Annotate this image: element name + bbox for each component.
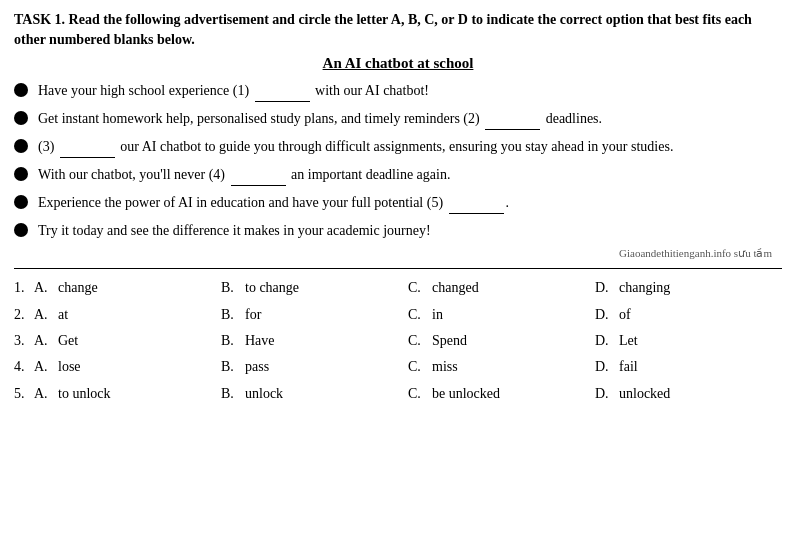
answer-letter-1b: B. xyxy=(221,277,245,299)
answer-letter-1a: A. xyxy=(34,277,58,299)
answer-col-3c: C. Spend xyxy=(408,330,595,352)
answer-letter-4b: B. xyxy=(221,356,245,378)
answer-text-5b: unlock xyxy=(245,383,408,405)
list-item: Experience the power of AI in education … xyxy=(14,192,782,214)
answer-text-3d: Let xyxy=(619,330,782,352)
bullet-text-5: Experience the power of AI in education … xyxy=(38,192,509,214)
bullet-icon xyxy=(14,111,28,125)
bullet-list: Have your high school experience (1) wit… xyxy=(14,80,782,241)
task-header: TASK 1. Read the following advertisement… xyxy=(14,10,782,49)
blank-5 xyxy=(449,192,504,214)
bullet-icon xyxy=(14,195,28,209)
answer-text-1c: changed xyxy=(432,277,595,299)
list-item: (3) our AI chatbot to guide you through … xyxy=(14,136,782,158)
answer-row-1: 1. A. change B. to change C. changed D. … xyxy=(14,277,782,299)
answer-text-5c: be unlocked xyxy=(432,383,595,405)
bullet-text-2: Get instant homework help, personalised … xyxy=(38,108,602,130)
bullet-text-3: (3) our AI chatbot to guide you through … xyxy=(38,136,673,158)
answer-text-4c: miss xyxy=(432,356,595,378)
answer-num-3: 3. xyxy=(14,330,34,352)
answer-num-4: 4. xyxy=(14,356,34,378)
answer-letter-3d: D. xyxy=(595,330,619,352)
answer-text-1d: changing xyxy=(619,277,782,299)
answer-col-4c: C. miss xyxy=(408,356,595,378)
watermark: Giaoandethitienganh.info sưu tầm xyxy=(14,247,782,260)
answer-text-1b: to change xyxy=(245,277,408,299)
answer-col-3b: B. Have xyxy=(221,330,408,352)
answer-num-1: 1. xyxy=(14,277,34,299)
bullet-icon xyxy=(14,139,28,153)
blank-1 xyxy=(255,80,310,102)
answer-text-3a: Get xyxy=(58,330,221,352)
answer-text-3b: Have xyxy=(245,330,408,352)
answer-text-5d: unlocked xyxy=(619,383,782,405)
answer-text-5a: to unlock xyxy=(58,383,221,405)
answer-letter-3c: C. xyxy=(408,330,432,352)
answers-section: 1. A. change B. to change C. changed D. … xyxy=(14,277,782,405)
answer-letter-3b: B. xyxy=(221,330,245,352)
answer-col-2b: B. for xyxy=(221,304,408,326)
answer-col-5b: B. unlock xyxy=(221,383,408,405)
ad-title: An AI chatbot at school xyxy=(14,55,782,72)
list-item: With our chatbot, you'll never (4) an im… xyxy=(14,164,782,186)
answer-letter-2b: B. xyxy=(221,304,245,326)
answer-col-1d: D. changing xyxy=(595,277,782,299)
answer-letter-5a: A. xyxy=(34,383,58,405)
answer-col-2a: A. at xyxy=(34,304,221,326)
answer-letter-2a: A. xyxy=(34,304,58,326)
bullet-icon xyxy=(14,167,28,181)
answer-col-5a: A. to unlock xyxy=(34,383,221,405)
answer-col-2d: D. of xyxy=(595,304,782,326)
answer-letter-5c: C. xyxy=(408,383,432,405)
list-item: Try it today and see the difference it m… xyxy=(14,220,782,241)
blank-3 xyxy=(60,136,115,158)
answer-text-4a: lose xyxy=(58,356,221,378)
answer-text-4d: fail xyxy=(619,356,782,378)
answer-col-4b: B. pass xyxy=(221,356,408,378)
answer-text-2b: for xyxy=(245,304,408,326)
answer-col-3d: D. Let xyxy=(595,330,782,352)
answer-col-5d: D. unlocked xyxy=(595,383,782,405)
answer-text-4b: pass xyxy=(245,356,408,378)
answer-text-2d: of xyxy=(619,304,782,326)
bullet-text-6: Try it today and see the difference it m… xyxy=(38,220,431,241)
answer-text-2a: at xyxy=(58,304,221,326)
answer-col-2c: C. in xyxy=(408,304,595,326)
answer-letter-4a: A. xyxy=(34,356,58,378)
answer-col-4a: A. lose xyxy=(34,356,221,378)
answer-col-4d: D. fail xyxy=(595,356,782,378)
answer-letter-4c: C. xyxy=(408,356,432,378)
answer-text-2c: in xyxy=(432,304,595,326)
bullet-text-1: Have your high school experience (1) wit… xyxy=(38,80,429,102)
list-item: Have your high school experience (1) wit… xyxy=(14,80,782,102)
answer-letter-4d: D. xyxy=(595,356,619,378)
answer-letter-5b: B. xyxy=(221,383,245,405)
answer-col-5c: C. be unlocked xyxy=(408,383,595,405)
answer-col-3a: A. Get xyxy=(34,330,221,352)
answer-row-2: 2. A. at B. for C. in D. of xyxy=(14,304,782,326)
answer-letter-3a: A. xyxy=(34,330,58,352)
answer-row-3: 3. A. Get B. Have C. Spend D. Let xyxy=(14,330,782,352)
answer-letter-5d: D. xyxy=(595,383,619,405)
bullet-text-4: With our chatbot, you'll never (4) an im… xyxy=(38,164,450,186)
answer-text-3c: Spend xyxy=(432,330,595,352)
answer-col-1a: A. change xyxy=(34,277,221,299)
answer-col-1b: B. to change xyxy=(221,277,408,299)
blank-4 xyxy=(231,164,286,186)
answer-letter-2d: D. xyxy=(595,304,619,326)
bullet-icon xyxy=(14,223,28,237)
answer-letter-1c: C. xyxy=(408,277,432,299)
answer-row-5: 5. A. to unlock B. unlock C. be unlocked… xyxy=(14,383,782,405)
answer-num-2: 2. xyxy=(14,304,34,326)
answer-col-1c: C. changed xyxy=(408,277,595,299)
answer-num-5: 5. xyxy=(14,383,34,405)
bullet-icon xyxy=(14,83,28,97)
blank-2 xyxy=(485,108,540,130)
answer-text-1a: change xyxy=(58,277,221,299)
answer-letter-2c: C. xyxy=(408,304,432,326)
answer-row-4: 4. A. lose B. pass C. miss D. fail xyxy=(14,356,782,378)
list-item: Get instant homework help, personalised … xyxy=(14,108,782,130)
answer-letter-1d: D. xyxy=(595,277,619,299)
divider xyxy=(14,268,782,269)
